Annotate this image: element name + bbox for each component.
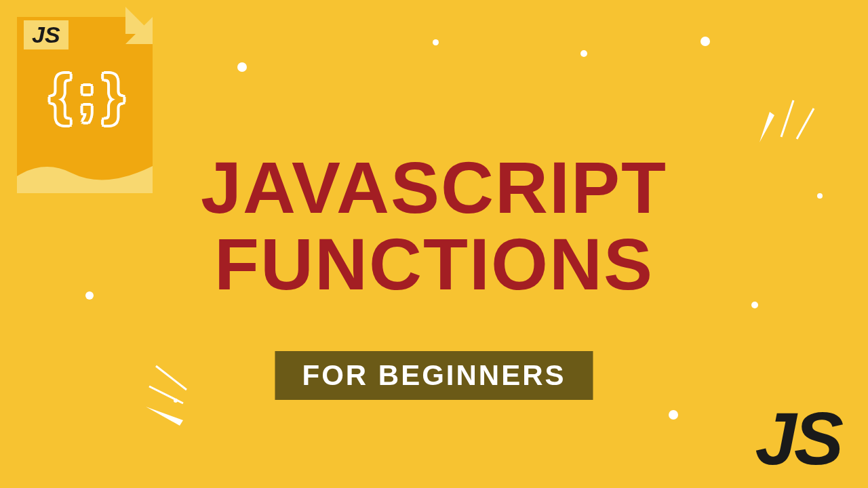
svg-line-3 (149, 386, 183, 403)
main-title: JAVASCRIPT FUNCTIONS (201, 149, 667, 303)
decorative-dot (751, 302, 758, 308)
file-braces: { ; } (17, 68, 153, 122)
decorative-dot (817, 193, 823, 199)
decorative-dot (701, 37, 710, 46)
js-file-icon: JS { ; } (17, 7, 153, 183)
svg-line-2 (156, 366, 186, 390)
decorative-dot (237, 62, 247, 72)
title-line-2: FUNCTIONS (201, 226, 667, 302)
sparkle-icon (136, 352, 231, 434)
decorative-dot (433, 39, 439, 45)
subtitle-box: FOR BEGINNERS (275, 351, 593, 400)
file-badge: JS (24, 20, 68, 49)
file-corner-fold (125, 17, 153, 44)
js-corner-mark: JS (755, 395, 841, 481)
svg-line-0 (781, 100, 793, 137)
sparkle-icon (746, 75, 827, 156)
title-line-1: JAVASCRIPT (201, 149, 667, 226)
file-wave-shape (17, 152, 153, 193)
svg-line-1 (797, 108, 814, 139)
decorative-dot (580, 50, 587, 57)
decorative-dot (669, 410, 678, 420)
decorative-dot (85, 291, 94, 300)
subtitle-text: FOR BEGINNERS (302, 359, 566, 392)
